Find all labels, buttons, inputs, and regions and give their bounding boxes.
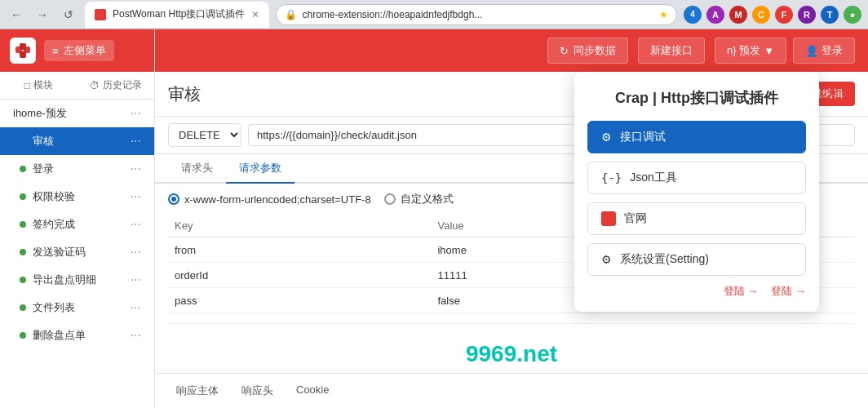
more-icon[interactable]: ···: [131, 245, 141, 259]
sidebar-item-label: 签约完成: [33, 217, 75, 232]
more-icon[interactable]: ···: [131, 273, 141, 287]
api-debug-icon: ⚙: [601, 131, 612, 144]
dropdown-title: Crap | Http接口调试插件: [587, 88, 806, 108]
more-icon[interactable]: ···: [131, 134, 141, 149]
modules-label: 模块: [33, 78, 53, 92]
tab-response-headers[interactable]: 响应头: [233, 380, 281, 401]
history-icon: ⏱: [90, 80, 100, 91]
sidebar-item-auth[interactable]: 权限校验 ···: [0, 183, 154, 211]
login-link-2[interactable]: 登陆 →: [771, 284, 806, 299]
status-dot: [20, 277, 26, 283]
sidebar-item-files[interactable]: 文件列表 ···: [0, 294, 154, 322]
person-icon: 👤: [805, 45, 818, 57]
profile-badge-4[interactable]: C: [752, 6, 770, 24]
method-select[interactable]: DELETE GET POST PUT: [168, 123, 241, 147]
sidebar-item-sms[interactable]: 发送验证码 ···: [0, 238, 154, 266]
refresh-button[interactable]: ↺: [59, 5, 78, 24]
more-icon[interactable]: ···: [131, 328, 141, 343]
sidebar-nav-history[interactable]: ⏱ 历史记录: [78, 72, 155, 99]
sidebar-item-delete[interactable]: 删除盘点单 ···: [0, 322, 154, 349]
tab-close-button[interactable]: ✕: [251, 9, 259, 20]
api-debug-button[interactable]: ⚙ 接口调试: [587, 121, 806, 153]
sync-icon: ↻: [560, 45, 569, 57]
browser-tab[interactable]: PostWoman Http接口调试插件 ✕: [85, 2, 269, 28]
login-link-1[interactable]: 登陆 →: [724, 284, 759, 299]
svg-rect-3: [20, 51, 26, 58]
api-debug-label: 接口调试: [620, 130, 666, 144]
forward-button[interactable]: →: [33, 5, 52, 24]
more-icon[interactable]: ···: [131, 300, 141, 315]
sync-label: 同步数据: [574, 43, 616, 58]
env-label: n} 预发: [727, 43, 760, 58]
sidebar-item-login[interactable]: 登录 ···: [0, 155, 154, 183]
status-dot: [20, 166, 26, 172]
sidebar-item-label: 发送验证码: [33, 245, 86, 259]
json-tool-button[interactable]: {-} Json工具: [587, 162, 806, 194]
settings-label: 系统设置(Setting): [620, 252, 709, 267]
tab-response-body[interactable]: 响应主体: [168, 380, 227, 401]
sidebar-item-export[interactable]: 导出盘点明细 ···: [0, 266, 154, 294]
more-icon[interactable]: ···: [131, 162, 141, 176]
back-button[interactable]: ←: [7, 5, 26, 24]
radio-urlencoded[interactable]: x-www-form-urlencoded;charset=UTF-8: [168, 193, 371, 206]
sidebar-item-label: 文件列表: [33, 300, 75, 315]
sidebar-nav-modules[interactable]: □ 模块: [0, 72, 78, 99]
bookmark-star[interactable]: ★: [659, 9, 668, 20]
sidebar-menu-button[interactable]: ≡ 左侧菜单: [44, 40, 114, 61]
dropdown-links: 登陆 → 登陆 →: [587, 284, 806, 299]
profile-badge-1[interactable]: 4: [684, 6, 702, 24]
history-label: 历史记录: [103, 78, 142, 92]
profile-badge-3[interactable]: M: [729, 6, 747, 24]
official-site-icon: [601, 211, 616, 226]
profile-badge-5[interactable]: F: [775, 6, 793, 24]
tab-request-headers[interactable]: 请求头: [168, 154, 226, 184]
logo-icon: [14, 42, 32, 60]
key-cell: pass: [168, 288, 431, 313]
sidebar: ≡ 左侧菜单 □ 模块 ⏱ 历史记录 ihome-预发 ··· 审核 ···: [0, 29, 155, 408]
modules-icon: □: [24, 80, 30, 91]
profile-badge-8[interactable]: ●: [844, 6, 861, 24]
sidebar-item-label: 登录: [33, 162, 54, 176]
dropdown-overlay: Crap | Http接口调试插件 ⚙ 接口调试 {-} Json工具 官网 ⚙…: [574, 72, 819, 312]
sync-data-button[interactable]: ↻ 同步数据: [547, 38, 628, 64]
sidebar-item-label: 权限校验: [33, 189, 75, 204]
key-cell: orderId: [168, 263, 431, 288]
tab-cookie[interactable]: Cookie: [288, 380, 337, 401]
official-site-button[interactable]: 官网: [587, 202, 806, 235]
new-api-label: 新建接口: [650, 43, 693, 58]
app-toolbar: ↻ 同步数据 新建接口 n} 预发 ▼ 👤 登录: [155, 29, 868, 72]
login-button[interactable]: 👤 登录: [793, 38, 855, 64]
settings-icon: ⚙: [601, 253, 612, 266]
profile-badge-7[interactable]: T: [821, 6, 839, 24]
sidebar-header: ≡ 左侧菜单: [0, 29, 154, 72]
status-dot: [20, 138, 26, 144]
sidebar-menu-label: 左侧菜单: [64, 43, 106, 58]
radio-custom[interactable]: 自定义格式: [384, 192, 454, 206]
key-cell: from: [168, 237, 431, 263]
more-icon[interactable]: ···: [131, 106, 141, 121]
address-bar[interactable]: 🔒 chrome-extension://hoeapaidnfedjfbdgh.…: [276, 4, 677, 25]
bottom-tab-bar: 响应主体 响应头 Cookie: [155, 373, 868, 408]
new-api-button[interactable]: 新建接口: [638, 38, 705, 64]
status-dot: [20, 332, 26, 339]
json-tool-label: Json工具: [630, 171, 677, 185]
browser-chrome: ← → ↺ PostWoman Http接口调试插件 ✕ 🔒 chrome-ex…: [0, 0, 868, 29]
more-icon[interactable]: ···: [131, 217, 141, 232]
sidebar-item-label: 审核: [33, 134, 54, 149]
sidebar-item-sign[interactable]: 签约完成 ···: [0, 211, 154, 238]
more-icon[interactable]: ···: [131, 189, 141, 204]
settings-button[interactable]: ⚙ 系统设置(Setting): [587, 243, 806, 276]
tab-request-params[interactable]: 请求参数: [226, 154, 294, 184]
sidebar-item-audit[interactable]: 审核 ···: [0, 127, 154, 155]
profile-badge-6[interactable]: R: [798, 6, 816, 24]
env-selector[interactable]: n} 预发 ▼: [715, 38, 786, 64]
sidebar-item-label: 导出盘点明细: [33, 273, 96, 287]
profile-badge-2[interactable]: A: [706, 6, 724, 24]
table-row: [168, 313, 855, 324]
status-dot: [20, 249, 26, 255]
tab-title: PostWoman Http接口调试插件: [113, 7, 245, 21]
status-dot: [20, 304, 26, 311]
toolbar-right: n} 预发 ▼ 👤 登录: [715, 38, 855, 64]
sidebar-item-ihome[interactable]: ihome-预发 ···: [0, 100, 154, 127]
status-dot: [20, 221, 26, 228]
